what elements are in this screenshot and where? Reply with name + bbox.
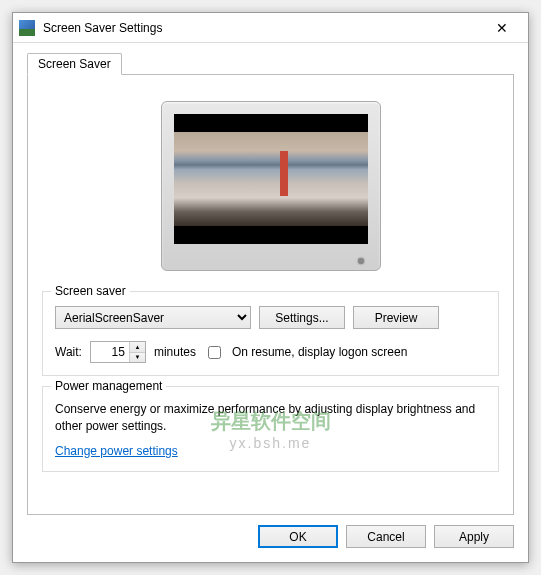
screen-saver-group-label: Screen saver (51, 284, 130, 298)
screen-saver-group: Screen saver AerialScreenSaver Settings.… (42, 291, 499, 376)
tab-panel: Screen saver AerialScreenSaver Settings.… (27, 74, 514, 515)
tab-screen-saver[interactable]: Screen Saver (27, 53, 122, 75)
screensaver-app-icon (19, 20, 35, 36)
change-power-settings-link[interactable]: Change power settings (55, 444, 178, 458)
screensaver-preview-image (174, 132, 368, 226)
spin-buttons: ▲ ▼ (129, 342, 145, 362)
power-management-desc: Conserve energy or maximize performance … (55, 401, 486, 435)
window-title: Screen Saver Settings (43, 21, 482, 35)
monitor-preview-area (42, 89, 499, 291)
spin-up-button[interactable]: ▲ (130, 342, 145, 353)
screensaver-select[interactable]: AerialScreenSaver (55, 306, 251, 329)
power-management-group: Power management Conserve energy or maxi… (42, 386, 499, 472)
close-icon: ✕ (496, 20, 508, 36)
preview-button[interactable]: Preview (353, 306, 439, 329)
wait-input[interactable] (91, 342, 129, 362)
wait-label: Wait: (55, 345, 82, 359)
close-button[interactable]: ✕ (482, 14, 522, 42)
power-management-label: Power management (51, 379, 166, 393)
on-resume-checkbox[interactable] (208, 346, 221, 359)
tab-strip: Screen Saver (27, 51, 514, 75)
minutes-label: minutes (154, 345, 196, 359)
monitor-screen (174, 114, 368, 244)
dialog-footer: OK Cancel Apply (13, 515, 528, 562)
on-resume-label: On resume, display logon screen (232, 345, 407, 359)
titlebar: Screen Saver Settings ✕ (13, 13, 528, 43)
wait-spinner: ▲ ▼ (90, 341, 146, 363)
dialog-content: Screen Saver Screen saver AerialScreenSa… (13, 43, 528, 515)
cancel-button[interactable]: Cancel (346, 525, 426, 548)
watermark-line2: yx.bsh.me (211, 434, 331, 450)
ok-button[interactable]: OK (258, 525, 338, 548)
monitor-frame (161, 101, 381, 271)
apply-button[interactable]: Apply (434, 525, 514, 548)
monitor-led-icon (358, 258, 364, 264)
screen-saver-dialog: Screen Saver Settings ✕ Screen Saver Scr… (12, 12, 529, 563)
settings-button[interactable]: Settings... (259, 306, 345, 329)
spin-down-button[interactable]: ▼ (130, 353, 145, 363)
